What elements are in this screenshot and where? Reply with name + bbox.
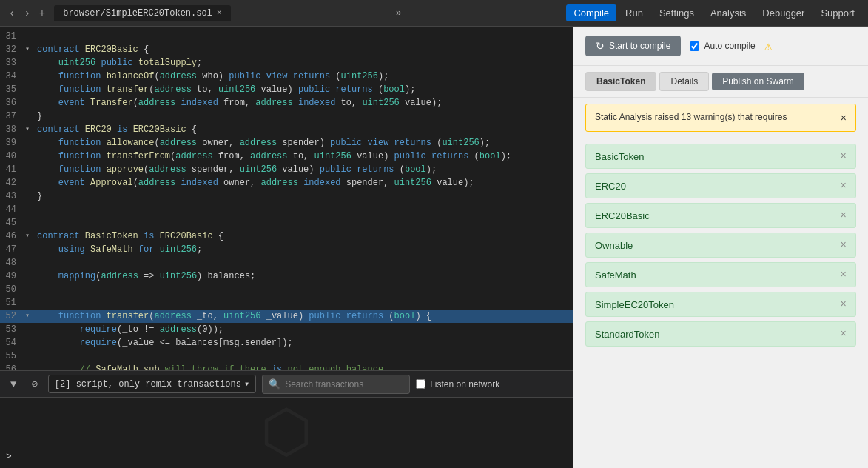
code-line-40: 40 function transferFrom(address from, a… [0, 150, 573, 163]
listen-on-network-text: Listen on network [430, 379, 499, 390]
line-content: } [37, 110, 570, 123]
line-content: function approve(address spender, uint25… [37, 163, 570, 176]
line-number: 32 [3, 43, 25, 56]
nav-arrows: ‹ › + [6, 6, 48, 21]
tab-details[interactable]: Details [659, 72, 709, 91]
warning-text: Static Analysis raised 13 warning(s) tha… [595, 112, 787, 122]
line-content: contract BasicToken is ERC20Basic { [37, 230, 570, 243]
menu-item-support[interactable]: Support [813, 4, 862, 21]
main-area: 31 32▾contract ERC20Basic {33 uint256 pu… [0, 27, 868, 468]
contract-name: ERC20Basic [595, 210, 650, 221]
right-panel: ↻ Start to compile Auto compile ⚠ BasicT… [573, 27, 868, 468]
line-number: 44 [3, 203, 25, 216]
script-select-chevron-icon: ▾ [244, 378, 249, 390]
line-content: // SafeMath.sub will throw if there is n… [37, 363, 570, 370]
contract-close-btn[interactable]: × [841, 239, 847, 251]
code-line-42: 42 event Approval(address indexed owner,… [0, 176, 573, 190]
search-input[interactable] [285, 379, 396, 390]
script-select-label: [2] script, only remix transactions [55, 379, 241, 390]
contract-close-btn[interactable]: × [841, 180, 847, 192]
line-content: event Approval(address indexed owner, ad… [37, 176, 570, 190]
tab-basictoken[interactable]: BasicToken [585, 72, 656, 91]
tab-close-btn[interactable]: × [217, 8, 222, 19]
back-arrow[interactable]: ‹ [6, 6, 18, 21]
bottom-bar: ▼ ⊘ [2] script, only remix transactions … [0, 370, 573, 397]
contract-item-standardtoken[interactable]: StandardToken× [585, 321, 856, 347]
contract-item-erc20basic[interactable]: ERC20Basic× [585, 203, 856, 228]
code-line-39: 39 function allowance(address owner, add… [0, 136, 573, 150]
terminal-toggle-btn[interactable]: ▼ [6, 377, 21, 392]
add-tab-btn[interactable]: + [36, 6, 48, 21]
line-number: 47 [3, 243, 25, 256]
top-bar: ‹ › + browser/SimpleERC20Token.sol × » C… [0, 0, 868, 27]
contract-name: StandardToken [595, 329, 659, 340]
menu-item-analysis[interactable]: Analysis [703, 4, 753, 21]
line-number: 36 [3, 96, 25, 110]
line-number: 35 [3, 83, 25, 96]
terminal-prompt: > [6, 451, 12, 462]
contract-name: BasicToken [595, 151, 644, 162]
forward-arrow[interactable]: › [21, 6, 33, 21]
line-content: function allowance(address owner, addres… [37, 136, 570, 150]
contract-item-ownable[interactable]: Ownable× [585, 233, 856, 258]
contract-close-btn[interactable]: × [841, 269, 847, 281]
line-fold-arrow[interactable]: ▾ [25, 310, 37, 323]
auto-compile-checkbox[interactable] [690, 41, 699, 51]
terminal-area: ⬡ > [0, 397, 573, 468]
menu-item-settings[interactable]: Settings [652, 4, 702, 21]
line-content: require(_to != address(0)); [37, 323, 570, 336]
code-line-55: 55 [0, 350, 573, 363]
contract-item-safemath[interactable]: SafeMath× [585, 262, 856, 287]
search-box: 🔍 [262, 375, 410, 394]
code-line-51: 51 [0, 296, 573, 310]
contract-close-btn[interactable]: × [841, 150, 847, 162]
line-number: 33 [3, 56, 25, 70]
line-number: 45 [3, 216, 25, 230]
menu-item-run[interactable]: Run [618, 4, 650, 21]
clear-btn[interactable]: ⊘ [27, 376, 41, 392]
refresh-icon: ↻ [596, 40, 605, 52]
file-tab[interactable]: browser/SimpleERC20Token.sol × [54, 5, 231, 21]
contract-close-btn[interactable]: × [841, 210, 847, 221]
tab-expand-btn[interactable]: » [396, 7, 402, 19]
code-line-56: 56 // SafeMath.sub will throw if there i… [0, 363, 573, 370]
menu-item-debugger[interactable]: Debugger [755, 4, 812, 21]
line-number: 48 [3, 256, 25, 270]
tab-details-label: Details [670, 76, 698, 87]
code-line-37: 37 } [0, 110, 573, 123]
line-fold-arrow[interactable]: ▾ [25, 123, 37, 136]
contract-item-simpleec20token[interactable]: SimpleEC20Token× [585, 292, 856, 317]
line-number: 43 [3, 190, 25, 203]
line-content: using SafeMath for uint256; [37, 243, 570, 256]
contract-item-basictoken[interactable]: BasicToken× [585, 144, 856, 169]
publish-btn-label: Publish on Swarm [722, 76, 794, 87]
warning-icon: ⚠ [764, 38, 773, 54]
contract-name: ERC20 [595, 181, 626, 192]
contract-close-btn[interactable]: × [841, 328, 847, 340]
contract-list: BasicToken×ERC20×ERC20Basic×Ownable×Safe… [573, 138, 868, 468]
line-fold-arrow[interactable]: ▾ [25, 43, 37, 56]
script-select[interactable]: [2] script, only remix transactions ▾ [48, 375, 256, 393]
code-line-33: 33 uint256 public totalSupply; [0, 56, 573, 70]
start-compile-button[interactable]: ↻ Start to compile [585, 36, 681, 56]
contract-close-btn[interactable]: × [841, 298, 847, 310]
line-number: 49 [3, 270, 25, 283]
tab-label: browser/SimpleERC20Token.sol [63, 8, 212, 19]
menu-item-compile[interactable]: Compile [566, 4, 616, 21]
line-number: 55 [3, 350, 25, 363]
contract-item-erc20[interactable]: ERC20× [585, 173, 856, 198]
warning-close-btn[interactable]: × [841, 112, 847, 124]
auto-compile-label: Auto compile [690, 41, 755, 51]
line-number: 39 [3, 136, 25, 150]
listen-on-network-checkbox[interactable] [416, 379, 425, 389]
code-line-45: 45 [0, 216, 573, 230]
code-area[interactable]: 31 32▾contract ERC20Basic {33 uint256 pu… [0, 27, 573, 370]
publish-on-swarm-button[interactable]: Publish on Swarm [712, 73, 804, 90]
line-number: 50 [3, 283, 25, 296]
code-line-34: 34 function balanceOf(address who) publi… [0, 70, 573, 83]
line-fold-arrow[interactable]: ▾ [25, 230, 37, 243]
line-content: function transfer(address to, uint256 va… [37, 83, 570, 96]
line-content: function balanceOf(address who) public v… [37, 70, 570, 83]
code-line-48: 48 [0, 256, 573, 270]
line-content: function transfer(address _to, uint256 _… [37, 310, 570, 323]
